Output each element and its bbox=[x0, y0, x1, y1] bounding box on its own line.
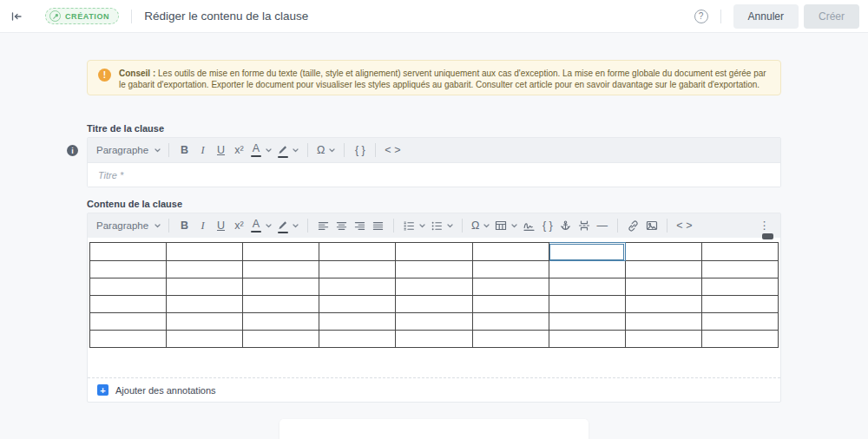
clause-title-input[interactable] bbox=[88, 162, 780, 187]
table-cell[interactable] bbox=[319, 243, 396, 261]
page-break-button[interactable] bbox=[575, 214, 593, 237]
table-cell[interactable] bbox=[319, 331, 396, 348]
special-characters-button[interactable]: Ω bbox=[469, 214, 492, 237]
table-cell[interactable] bbox=[167, 261, 243, 278]
source-code-button[interactable]: < > bbox=[382, 139, 403, 161]
table-cell[interactable] bbox=[549, 331, 625, 348]
font-color-button[interactable]: A bbox=[248, 139, 274, 161]
align-left-button[interactable] bbox=[314, 214, 332, 237]
table-cell[interactable] bbox=[625, 331, 701, 348]
numbered-list-button[interactable] bbox=[400, 214, 428, 237]
table-cell-selected[interactable] bbox=[549, 243, 625, 261]
table-cell[interactable] bbox=[167, 296, 243, 313]
table-cell[interactable] bbox=[243, 243, 319, 261]
insert-variable-button[interactable]: { } bbox=[538, 214, 556, 237]
bullet-list-button[interactable] bbox=[428, 214, 456, 237]
table-cell[interactable] bbox=[549, 278, 625, 296]
info-icon[interactable]: i bbox=[67, 145, 78, 156]
superscript-button[interactable]: x² bbox=[230, 214, 248, 237]
table-cell[interactable] bbox=[243, 278, 319, 296]
table-cell[interactable] bbox=[701, 243, 778, 261]
table-cell[interactable] bbox=[90, 278, 167, 296]
paragraph-style-select[interactable]: Paragraphe bbox=[95, 145, 162, 155]
align-center-button[interactable] bbox=[332, 214, 351, 237]
table-cell[interactable] bbox=[701, 278, 778, 296]
table-cell[interactable] bbox=[472, 313, 549, 331]
table-cell[interactable] bbox=[167, 313, 243, 331]
special-characters-button[interactable]: Ω bbox=[314, 139, 338, 161]
table-cell[interactable] bbox=[396, 243, 472, 261]
table-cell[interactable] bbox=[319, 296, 396, 313]
underline-button[interactable]: U bbox=[212, 214, 230, 237]
paragraph-style-select[interactable]: Paragraphe bbox=[95, 220, 162, 231]
signature-button[interactable] bbox=[520, 214, 538, 237]
table-cell[interactable] bbox=[472, 331, 549, 348]
help-icon[interactable]: ? bbox=[694, 10, 708, 23]
table-cell[interactable] bbox=[319, 313, 396, 331]
table-cell[interactable] bbox=[625, 243, 701, 261]
link-button[interactable] bbox=[624, 214, 642, 237]
table-cell[interactable] bbox=[472, 243, 549, 261]
italic-button[interactable]: I bbox=[194, 214, 212, 237]
table-cell[interactable] bbox=[701, 313, 778, 331]
table-cell[interactable] bbox=[625, 261, 701, 278]
add-annotations-button[interactable]: + Ajouter des annotations bbox=[88, 377, 780, 402]
table-cell[interactable] bbox=[549, 313, 625, 331]
table-cell[interactable] bbox=[396, 313, 472, 331]
table-cell[interactable] bbox=[90, 261, 167, 278]
bullet-list-icon bbox=[431, 220, 443, 232]
table-cell[interactable] bbox=[701, 296, 778, 313]
align-right-button[interactable] bbox=[351, 214, 369, 237]
table-cell[interactable] bbox=[701, 261, 778, 278]
superscript-button[interactable]: x² bbox=[230, 139, 248, 161]
table-cell[interactable] bbox=[625, 313, 701, 331]
table-cell[interactable] bbox=[243, 261, 319, 278]
collapse-left-icon[interactable] bbox=[5, 5, 28, 28]
image-button[interactable] bbox=[642, 214, 661, 237]
italic-button[interactable]: I bbox=[194, 139, 212, 161]
table-cell[interactable] bbox=[243, 331, 319, 348]
table-cell[interactable] bbox=[90, 296, 167, 313]
table-handle[interactable] bbox=[762, 233, 773, 239]
table-cell[interactable] bbox=[549, 261, 625, 278]
source-code-button[interactable]: < > bbox=[674, 214, 694, 237]
table-cell[interactable] bbox=[90, 331, 167, 348]
highlight-color-button[interactable] bbox=[274, 214, 301, 237]
table-cell[interactable] bbox=[167, 331, 243, 348]
table-cell[interactable] bbox=[243, 313, 319, 331]
table-cell[interactable] bbox=[167, 243, 243, 261]
anchor-button[interactable] bbox=[556, 214, 575, 237]
table-cell[interactable] bbox=[625, 296, 701, 313]
table-cell[interactable] bbox=[396, 278, 472, 296]
editor-empty-space[interactable] bbox=[89, 348, 779, 377]
table-cell[interactable] bbox=[472, 296, 549, 313]
insert-table-button[interactable] bbox=[492, 214, 520, 237]
font-color-button[interactable]: A bbox=[248, 214, 274, 237]
table-cell[interactable] bbox=[167, 278, 243, 296]
align-justify-button[interactable] bbox=[369, 214, 387, 237]
table-cell[interactable] bbox=[701, 331, 778, 348]
table-cell[interactable] bbox=[90, 313, 167, 331]
table-cell[interactable] bbox=[396, 296, 472, 313]
table-cell[interactable] bbox=[396, 331, 472, 348]
horizontal-rule-button[interactable]: — bbox=[593, 214, 611, 237]
create-button[interactable]: Créer bbox=[804, 4, 859, 29]
table-cell[interactable] bbox=[472, 278, 549, 296]
table-cell[interactable] bbox=[549, 296, 625, 313]
numbered-list-icon bbox=[403, 220, 415, 232]
underline-button[interactable]: U bbox=[212, 139, 230, 161]
add-paragraph-button[interactable]: Ajouter un paragraphe bbox=[279, 419, 589, 439]
bold-button[interactable]: B bbox=[175, 214, 194, 237]
table-cell[interactable] bbox=[396, 261, 472, 278]
cancel-button[interactable]: Annuler bbox=[733, 4, 799, 29]
table-cell[interactable] bbox=[472, 261, 549, 278]
table-cell[interactable] bbox=[90, 243, 167, 261]
insert-variable-button[interactable]: { } bbox=[351, 139, 369, 161]
table-cell[interactable] bbox=[625, 278, 701, 296]
content-editing-area[interactable] bbox=[88, 238, 780, 377]
bold-button[interactable]: B bbox=[175, 139, 194, 161]
table-cell[interactable] bbox=[319, 278, 396, 296]
highlight-color-button[interactable] bbox=[274, 139, 301, 161]
table-cell[interactable] bbox=[243, 296, 319, 313]
table-cell[interactable] bbox=[319, 261, 396, 278]
